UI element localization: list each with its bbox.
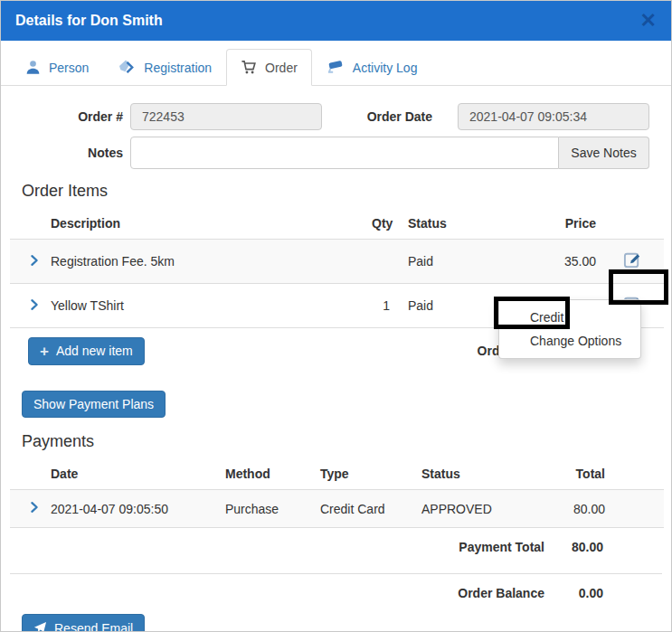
send-icon: [33, 620, 47, 632]
order-items-heading: Order Items: [22, 182, 671, 201]
item-description: Registration Fee. 5km: [46, 240, 367, 284]
notes-label: Notes: [1, 146, 123, 160]
col-total: Total: [539, 458, 664, 490]
payments-table: Date Method Type Status Total 2021-04-07…: [10, 458, 664, 528]
item-context-menu: Credit Change Options: [498, 299, 641, 359]
payment-method: Purchase: [221, 490, 316, 528]
tab-registration[interactable]: Registration: [103, 49, 226, 86]
divider: [10, 573, 662, 574]
add-new-item-label: Add new item: [56, 344, 133, 358]
order-items-header-row: Description Qty Status Price: [10, 208, 664, 240]
tab-activity-log[interactable]: Activity Log: [312, 49, 432, 86]
item-qty: 1: [367, 284, 394, 328]
item-qty: [367, 240, 394, 284]
payment-status: APPROVED: [417, 490, 539, 528]
tab-bar: Person Registration Order Activity Log: [1, 41, 671, 86]
order-number-field: [130, 103, 322, 130]
plus-icon: +: [40, 344, 49, 359]
order-balance-value: 0.00: [544, 586, 603, 600]
item-description: Yellow TShirt: [46, 284, 367, 328]
col-description: Description: [46, 208, 367, 240]
col-method: Method: [221, 458, 316, 490]
order-date-label: Order Date: [322, 109, 432, 124]
order-balance-label: Order Balance: [458, 586, 544, 600]
payment-total: 80.00: [539, 490, 664, 528]
order-item-row: Registration Fee. 5km Paid 35.00: [10, 240, 664, 284]
notes-input[interactable]: [130, 137, 559, 169]
person-icon: [24, 59, 42, 76]
col-type: Type: [316, 458, 417, 490]
payment-total-label: Payment Total: [459, 540, 544, 554]
cart-icon: [241, 59, 258, 76]
expand-chevron-icon[interactable]: [28, 298, 41, 314]
modal-title: Details for Don Smith: [15, 13, 163, 29]
tab-order-label: Order: [265, 61, 298, 75]
order-form: Order # Order Date Notes Save Notes: [1, 86, 671, 169]
save-notes-button[interactable]: Save Notes: [559, 137, 649, 169]
notes-input-group: Save Notes: [130, 137, 649, 169]
resend-email-button[interactable]: Resend Email: [22, 614, 145, 632]
close-icon[interactable]: ✕: [640, 11, 657, 31]
col-pay-status: Status: [417, 458, 539, 490]
item-status: Paid: [394, 240, 530, 284]
payment-total-value: 80.00: [544, 540, 603, 554]
payment-date: 2021-04-07 09:05:50: [46, 490, 221, 528]
modal-header: Details for Don Smith ✕: [1, 1, 671, 41]
resend-email-label: Resend Email: [54, 621, 133, 632]
tab-person[interactable]: Person: [10, 49, 103, 86]
edit-item-icon[interactable]: [623, 250, 642, 272]
tags-icon: [118, 59, 137, 76]
payment-row: 2021-04-07 09:05:50 Purchase Credit Card…: [10, 490, 664, 528]
tab-activity-log-label: Activity Log: [353, 61, 418, 75]
col-qty: Qty: [367, 208, 394, 240]
col-status: Status: [394, 208, 530, 240]
expand-chevron-icon[interactable]: [28, 501, 41, 516]
order-date-field: [458, 103, 649, 130]
col-date: Date: [46, 458, 221, 490]
item-price: 35.00: [530, 240, 601, 284]
menu-item-change-options[interactable]: Change Options: [499, 329, 640, 353]
tab-registration-label: Registration: [144, 61, 212, 75]
add-new-item-button[interactable]: + Add new item: [28, 337, 145, 365]
show-payment-plans-button[interactable]: Show Payment Plans: [22, 391, 166, 418]
details-modal: Details for Don Smith ✕ Person Registrat…: [0, 0, 672, 632]
tab-person-label: Person: [49, 61, 89, 75]
security-camera-icon: [327, 59, 345, 76]
order-number-label: Order #: [1, 109, 123, 124]
tab-order[interactable]: Order: [226, 49, 312, 86]
col-price: Price: [530, 208, 601, 240]
menu-item-credit[interactable]: Credit: [499, 306, 640, 329]
expand-chevron-icon[interactable]: [28, 254, 41, 269]
payment-type: Credit Card: [316, 490, 417, 528]
payments-header-row: Date Method Type Status Total: [10, 458, 664, 490]
payments-heading: Payments: [22, 432, 671, 451]
